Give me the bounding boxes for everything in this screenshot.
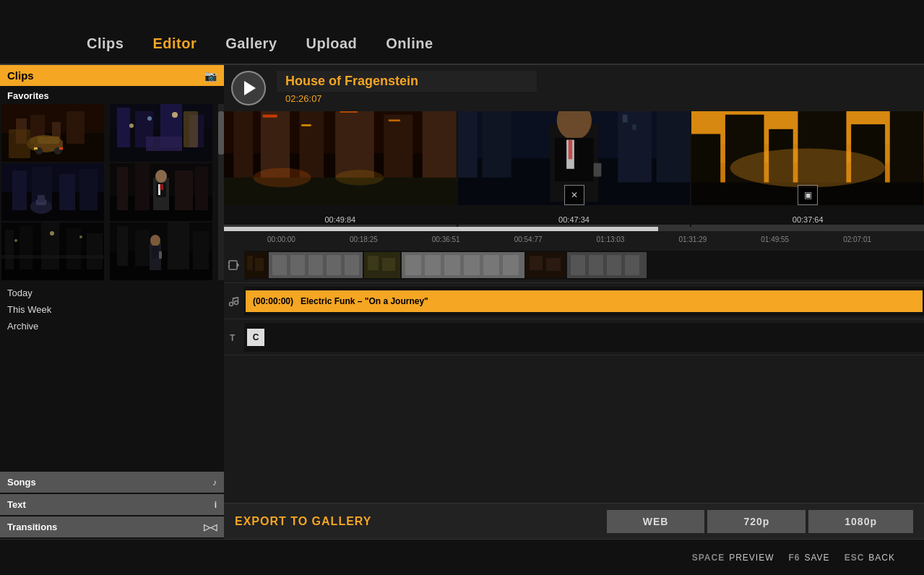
svg-rect-109: [247, 256, 253, 270]
shortcut-f6: F6 SAVE: [788, 553, 829, 563]
svg-rect-2: [16, 118, 27, 144]
svg-rect-74: [340, 111, 358, 113]
svg-rect-118: [368, 256, 379, 270]
svg-rect-42: [160, 184, 163, 190]
nav-editor[interactable]: Editor: [152, 35, 197, 52]
svg-point-103: [730, 149, 885, 188]
clip-preview-1[interactable]: 00:49:84: [224, 111, 457, 227]
svg-rect-124: [464, 255, 480, 275]
sidebar: Clips 📷 Favorites: [0, 65, 224, 539]
svg-rect-134: [625, 255, 639, 275]
svg-rect-11: [34, 147, 38, 150]
svg-rect-132: [589, 255, 603, 275]
text-section[interactable]: Text i: [0, 494, 224, 515]
ruler-mark-7: 02:07:01: [842, 235, 924, 243]
svg-rect-116: [345, 255, 359, 275]
clip-overlay-3[interactable]: ▣: [798, 185, 818, 205]
clip-thumb-5[interactable]: [1, 222, 104, 280]
shortcut-space: SPACE PREVIEW: [692, 553, 774, 563]
songs-icon: ♪: [212, 477, 217, 488]
music-track-icon: [224, 295, 244, 307]
f6-key: F6: [788, 553, 800, 563]
text-track[interactable]: C: [244, 323, 924, 352]
play-button[interactable]: [231, 71, 266, 105]
svg-point-77: [253, 168, 311, 187]
svg-rect-8: [38, 137, 59, 144]
svg-rect-35: [135, 163, 150, 210]
video-seg-4[interactable]: [402, 252, 524, 278]
clips-grid: [0, 104, 218, 280]
svg-rect-36: [175, 170, 193, 210]
video-seg-3[interactable]: [364, 252, 400, 278]
export-web-button[interactable]: WEB: [607, 510, 705, 533]
svg-point-53: [79, 235, 82, 238]
sidebar-scrollbar[interactable]: [218, 104, 224, 280]
scrollbar-thumb: [218, 111, 224, 155]
favorites-label: Favorites: [0, 86, 224, 104]
svg-rect-15: [117, 108, 130, 147]
clip-thumb-2[interactable]: [110, 104, 212, 162]
project-title: House of Fragenstein: [277, 71, 537, 92]
clip-preview-2[interactable]: ✕ 00:47:34: [458, 111, 691, 227]
svg-rect-92: [632, 124, 636, 130]
clip-time-2: 00:47:34: [558, 215, 590, 224]
export-label: EXPORT TO GALLERY: [235, 515, 607, 528]
nav-today[interactable]: Today: [7, 286, 217, 300]
nav-online[interactable]: Online: [386, 35, 433, 52]
svg-rect-57: [135, 230, 150, 266]
music-track-row: (00:00:00) Electric Funk – "On a Journey…: [224, 283, 924, 319]
music-track[interactable]: (00:00:00) Electric Funk – "On a Journey…: [244, 287, 924, 316]
nav-this-week[interactable]: This Week: [7, 303, 217, 316]
video-track-icon: [224, 259, 244, 271]
preview-label: PREVIEW: [729, 553, 774, 563]
clip-preview-3[interactable]: ▣ 00:37:64: [691, 111, 924, 227]
svg-marker-107: [237, 262, 239, 268]
space-key: SPACE: [692, 553, 725, 563]
clip-thumb-4[interactable]: [110, 163, 212, 221]
clip-thumb-1[interactable]: [1, 104, 104, 162]
clip-overlay-2[interactable]: ✕: [564, 185, 584, 205]
camera-icon: 📷: [204, 70, 217, 82]
ruler-mark-6: 01:49:55: [759, 235, 842, 243]
songs-section[interactable]: Songs ♪: [0, 472, 224, 493]
ruler-mark-1: 00:18:25: [348, 235, 431, 243]
nav-clips[interactable]: Clips: [87, 35, 124, 52]
svg-rect-129: [546, 258, 561, 271]
svg-rect-31: [38, 195, 45, 202]
export-720p-button[interactable]: 720p: [707, 510, 806, 533]
text-icon: i: [215, 500, 217, 510]
svg-point-39: [155, 170, 167, 183]
video-seg-6[interactable]: [567, 252, 647, 278]
top-navigation: Clips Editor Gallery Upload Online: [0, 0, 924, 65]
video-track[interactable]: [244, 251, 924, 280]
nav-archive[interactable]: Archive: [7, 319, 217, 333]
video-seg-2[interactable]: [269, 252, 363, 278]
transitions-section[interactable]: Transitions ▷◁: [0, 516, 224, 537]
svg-text:T: T: [230, 333, 236, 343]
clip-thumb-3[interactable]: [1, 163, 104, 221]
svg-rect-112: [272, 255, 287, 275]
video-seg-5[interactable]: [526, 252, 566, 278]
svg-rect-113: [290, 255, 305, 275]
export-1080p-button[interactable]: 1080p: [808, 510, 913, 533]
video-seg-1[interactable]: [244, 252, 267, 278]
svg-rect-115: [327, 255, 341, 275]
svg-rect-47: [41, 222, 59, 269]
nav-upload[interactable]: Upload: [306, 35, 358, 52]
project-duration: 02:26:07: [277, 92, 537, 105]
nav-gallery[interactable]: Gallery: [225, 35, 277, 52]
svg-rect-46: [20, 226, 33, 269]
svg-rect-75: [389, 119, 400, 121]
svg-rect-12: [59, 147, 63, 150]
svg-rect-91: [623, 115, 628, 123]
clip-thumb-6[interactable]: [110, 222, 212, 280]
svg-point-52: [50, 231, 54, 235]
preview-header: House of Fragenstein 02:26:07: [224, 65, 924, 111]
sidebar-bottom-sections: Songs ♪ Text i Transitions ▷◁: [0, 472, 224, 539]
transitions-icon: ▷◁: [204, 522, 217, 532]
text-label: Text: [7, 499, 26, 510]
svg-rect-106: [228, 265, 230, 267]
svg-rect-66: [233, 111, 253, 183]
svg-rect-59: [193, 231, 209, 269]
svg-rect-19: [146, 137, 182, 151]
